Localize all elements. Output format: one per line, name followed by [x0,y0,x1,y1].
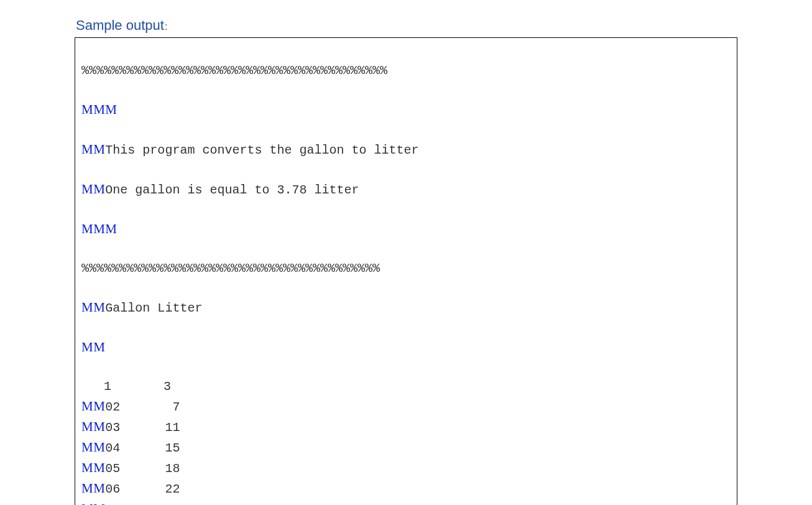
mm-token: MM [81,340,105,354]
gallon-value: 05 [105,461,120,476]
litter-value: 11 [157,420,180,435]
gallon-value: 03 [105,420,120,435]
desc-line-2: One gallon is equal to 3.78 litter [105,183,359,197]
table-header: Gallon Litter [105,301,202,315]
mm-token: MM [81,182,105,197]
table-row: 1 3 [81,377,731,396]
table-row: MM06 22 [81,478,731,499]
gallon-value: 04 [105,441,120,455]
desc-line-1: This program converts the gallon to litt… [105,143,418,157]
mm-token: MMM [81,221,118,236]
column-gap [120,461,157,476]
mm-token: MM [81,399,105,414]
column-gap [120,482,157,496]
column-gap [120,400,157,414]
litter-value: 7 [157,400,180,414]
table-row: MM04 15 [81,437,731,458]
table-row: MM02 7 [81,396,731,417]
litter-value: 15 [157,441,180,455]
gallon-value: 07 [105,503,120,505]
mm-token: MM [81,481,105,496]
mm-token: MMM [81,102,118,117]
litter-value: 18 [157,461,180,476]
column-gap [120,420,157,435]
column-gap [120,503,157,505]
table-row: MM05 18 [81,458,731,478]
page: Sample output: %%%%%%%%%%%%%%%%%%%%%%%%%… [0,0,812,505]
gallon-value: 02 [105,400,120,414]
mm-token: MM [81,460,105,475]
section-title: Sample output: [76,17,737,34]
border-bottom: %%%%%%%%%%%%%%%%%%%%%%%%%%%%%%%%%%%%%%%% [81,259,731,278]
gallon-value: 06 [105,482,120,496]
mm-token: MM [81,300,105,315]
row-prefix-blank [81,379,96,394]
mm-token: MM [81,419,105,434]
section-title-colon: : [165,21,167,32]
mm-token: MM [81,142,105,157]
litter-value: 22 [157,482,180,496]
output-box: %%%%%%%%%%%%%%%%%%%%%%%%%%%%%%%%%%%%%%%%… [75,37,737,505]
column-gap [111,379,149,394]
litter-value: 3 [149,379,171,394]
table-row: MM03 11 [81,417,731,437]
column-gap [120,441,157,455]
table-row: MM07 26 [81,499,731,505]
mm-token: MM [81,440,105,455]
mm-token: MM [81,501,105,505]
litter-value: 26 [157,503,180,505]
border-top: %%%%%%%%%%%%%%%%%%%%%%%%%%%%%%%%%%%%%%%%… [81,61,731,80]
section-title-text: Sample output [76,17,164,33]
gallon-value: 1 [96,379,111,394]
